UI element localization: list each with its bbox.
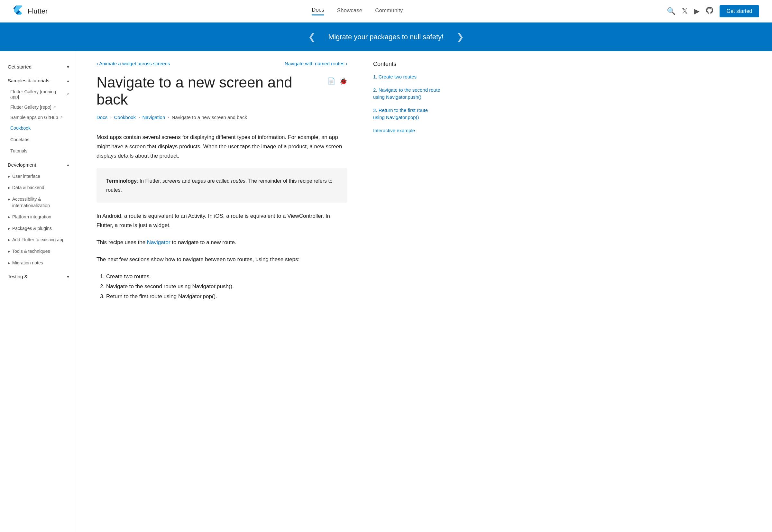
main-layout: Get started ▾ Samples & tutorials ▴ Flut…: [0, 51, 772, 532]
step-1: Create two routes.: [106, 272, 347, 282]
step-2: Navigate to the second route using Navig…: [106, 282, 347, 292]
sidebar-development-header[interactable]: Development ▴: [0, 159, 77, 171]
contents-item-1[interactable]: 1. Create two routes: [373, 73, 441, 81]
sidebar-samples-header[interactable]: Samples & tutorials ▴: [0, 75, 77, 87]
sidebar-item-add-label: Add Flutter to existing app: [12, 237, 65, 243]
banner-text: Migrate your packages to null safety!: [328, 33, 444, 41]
sidebar-item-migration[interactable]: ▶ Migration notes: [0, 257, 77, 269]
sidebar-item-sample-apps-label: Sample apps on GitHub: [10, 115, 58, 120]
flutter-logo-icon: [13, 5, 24, 17]
sidebar-section-testing: Testing & ▾: [0, 271, 77, 282]
sidebar-item-sample-apps[interactable]: Sample apps on GitHub ↗: [0, 112, 77, 123]
tri-icon-access: ▶: [8, 197, 10, 202]
breadcrumb-cookbook[interactable]: Cookbook: [114, 115, 136, 120]
sidebar-item-tools[interactable]: ▶ Tools & techniques: [0, 246, 77, 257]
nav-docs[interactable]: Docs: [312, 7, 324, 15]
sidebar-item-data-backend[interactable]: ▶ Data & backend: [0, 182, 77, 194]
prev-page-link[interactable]: ‹ Animate a widget across screens: [97, 61, 170, 66]
development-collapse-icon: ▴: [67, 162, 69, 167]
para-2: In Android, a route is equivalent to an …: [97, 212, 347, 230]
external-link-icon-2: ↗: [53, 105, 56, 109]
banner: ❮ Migrate your packages to null safety! …: [0, 23, 772, 51]
breadcrumb-sep-1: ›: [110, 115, 111, 120]
breadcrumb: Docs › Cookbook › Navigation › Navigate …: [97, 115, 347, 120]
para-4: The next few sections show how to naviga…: [97, 255, 347, 264]
samples-collapse-icon: ▴: [67, 78, 69, 83]
nav-showcase[interactable]: Showcase: [337, 7, 362, 15]
sidebar-item-ui-label: User interface: [12, 173, 40, 180]
external-link-icon-3: ↗: [60, 115, 63, 120]
breadcrumb-current: Navigate to a new screen and back: [172, 115, 247, 120]
sidebar-item-accessibility[interactable]: ▶ Accessibility & internationalization: [0, 194, 77, 211]
search-button[interactable]: 🔍: [667, 7, 675, 15]
navigator-link[interactable]: Navigator: [147, 239, 170, 245]
sidebar-testing-header[interactable]: Testing & ▾: [0, 271, 77, 282]
sidebar-get-started-label: Get started: [8, 64, 32, 69]
sidebar: Get started ▾ Samples & tutorials ▴ Flut…: [0, 51, 77, 532]
callout-box: Terminology: In Flutter, screens and pag…: [97, 168, 347, 202]
tri-icon-platform: ▶: [8, 215, 10, 219]
external-link-icon-1: ↗: [66, 92, 69, 96]
sidebar-item-platform[interactable]: ▶ Platform integration: [0, 211, 77, 223]
sidebar-development-label: Development: [8, 162, 36, 168]
callout-text: : In Flutter, screens and pages are call…: [106, 178, 333, 192]
nav-community[interactable]: Community: [375, 7, 403, 15]
sidebar-samples-label: Samples & tutorials: [8, 78, 49, 83]
sidebar-item-access-label: Accessibility & internationalization: [12, 196, 69, 209]
contents-item-3[interactable]: 3. Return to the first route using Navig…: [373, 107, 441, 121]
header: Flutter Docs Showcase Community 🔍 𝕏 ▶ Ge…: [0, 0, 772, 23]
youtube-icon: ▶: [694, 7, 700, 15]
tri-icon-data: ▶: [8, 186, 10, 190]
flutter-logo[interactable]: Flutter: [13, 5, 48, 17]
breadcrumb-sep-2: ›: [138, 115, 140, 120]
contents-item-2[interactable]: 2. Navigate to the second route using Na…: [373, 87, 441, 101]
header-nav: Docs Showcase Community: [312, 7, 403, 15]
tri-icon-migration: ▶: [8, 261, 10, 265]
contents-item-4[interactable]: Interactive example: [373, 127, 441, 134]
sidebar-testing-label: Testing &: [8, 274, 28, 279]
breadcrumb-docs[interactable]: Docs: [97, 115, 107, 120]
tri-icon-add: ▶: [8, 238, 10, 242]
sidebar-item-gallery-repo[interactable]: Flutter Gallery [repo] ↗: [0, 102, 77, 112]
sidebar-item-migration-label: Migration notes: [12, 260, 43, 266]
copy-icon[interactable]: 📄: [327, 77, 335, 85]
sidebar-item-cookbook[interactable]: Cookbook: [0, 123, 77, 134]
banner-prev-arrow[interactable]: ❮: [308, 32, 316, 42]
sidebar-item-packages[interactable]: ▶ Packages & plugins: [0, 223, 77, 234]
sidebar-section-samples: Samples & tutorials ▴ Flutter Gallery [r…: [0, 75, 77, 157]
sidebar-item-gallery-repo-label: Flutter Gallery [repo]: [10, 105, 51, 110]
sidebar-item-codelabs[interactable]: Codelabs: [0, 134, 77, 146]
callout-bold: Terminology: [106, 178, 137, 184]
sidebar-item-user-interface[interactable]: ▶ User interface: [0, 171, 77, 182]
page-nav: ‹ Animate a widget across screens Naviga…: [97, 61, 347, 66]
sidebar-item-add-flutter[interactable]: ▶ Add Flutter to existing app: [0, 234, 77, 246]
sidebar-section-get-started: Get started ▾: [0, 61, 77, 73]
github-icon: [706, 7, 713, 16]
github-button[interactable]: [706, 7, 713, 16]
testing-expand-icon: ▾: [67, 274, 69, 279]
banner-next-arrow[interactable]: ❯: [456, 32, 464, 42]
breadcrumb-sep-3: ›: [168, 115, 169, 120]
sidebar-get-started-header[interactable]: Get started ▾: [0, 61, 77, 73]
next-page-link[interactable]: Navigate with named routes ›: [285, 61, 347, 66]
sidebar-item-gallery-running[interactable]: Flutter Gallery [running app] ↗: [0, 87, 77, 102]
sidebar-item-packages-label: Packages & plugins: [12, 225, 52, 232]
search-icon: 🔍: [667, 7, 675, 15]
sidebar-item-tools-label: Tools & techniques: [12, 248, 50, 255]
sidebar-item-gallery-running-label: Flutter Gallery [running app]: [10, 89, 65, 99]
sidebar-item-tutorials[interactable]: Tutorials: [0, 145, 77, 157]
sidebar-item-platform-label: Platform integration: [12, 214, 51, 220]
get-started-button[interactable]: Get started: [720, 5, 759, 17]
bug-icon[interactable]: 🐞: [339, 77, 347, 85]
logo-text: Flutter: [28, 7, 48, 15]
para3-prefix: This recipe uses the: [97, 239, 147, 245]
get-started-expand-icon: ▾: [67, 64, 69, 69]
youtube-button[interactable]: ▶: [694, 7, 700, 15]
sidebar-item-data-label: Data & backend: [12, 185, 44, 191]
header-left: Flutter: [13, 5, 48, 17]
breadcrumb-navigation[interactable]: Navigation: [142, 115, 165, 120]
para-3: This recipe uses the Navigator to naviga…: [97, 238, 347, 247]
tri-icon-ui: ▶: [8, 174, 10, 179]
twitter-button[interactable]: 𝕏: [682, 7, 688, 15]
twitter-icon: 𝕏: [682, 7, 688, 15]
